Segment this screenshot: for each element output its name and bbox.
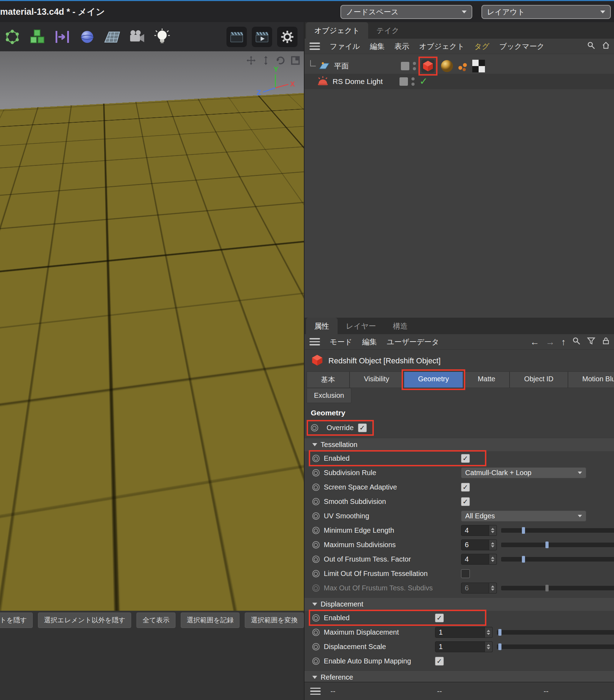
home-icon[interactable] <box>602 41 610 51</box>
keyframe-dot[interactable] <box>312 484 320 491</box>
menu-icon[interactable] <box>309 43 320 50</box>
tab-motion-blur[interactable]: Motion Blur <box>568 371 614 388</box>
tab-structure[interactable]: 構造 <box>384 318 416 334</box>
uvw-tag-icon[interactable] <box>472 59 486 73</box>
render-play-button[interactable] <box>252 27 272 47</box>
tab-basic[interactable]: 基本 <box>307 371 350 388</box>
keyframe-dot[interactable] <box>312 643 320 650</box>
convert-selection-button[interactable]: 選択範囲を変換 <box>245 612 303 628</box>
keyframe-dot[interactable] <box>312 455 320 462</box>
maximum-subdivisions-slider[interactable] <box>501 543 614 547</box>
tab-geometry[interactable]: Geometry <box>404 371 463 388</box>
spinner-stepper[interactable] <box>489 525 497 536</box>
up-icon[interactable]: ↑ <box>561 337 566 346</box>
rotate-view-icon[interactable] <box>276 56 286 65</box>
uv-smoothing-select[interactable]: All Edges <box>461 511 586 521</box>
tab-matte[interactable]: Matte <box>463 371 510 388</box>
object-name[interactable]: RS Dome Light <box>333 77 399 86</box>
keyframe-dot[interactable] <box>312 570 320 577</box>
screen-space-adaptive-checkbox[interactable]: ✓ <box>461 483 470 492</box>
keyframe-dot[interactable] <box>312 657 320 665</box>
object-row-plane[interactable]: 平面 <box>305 58 614 74</box>
menu-tags[interactable]: タグ <box>474 41 490 51</box>
tab-takes[interactable]: テイク <box>368 22 408 39</box>
keyframe-dot[interactable] <box>311 424 318 432</box>
auto-bump-mapping-checkbox[interactable]: ✓ <box>435 657 444 666</box>
override-checkbox[interactable]: ✓ <box>358 423 367 432</box>
tab-attributes[interactable]: 属性 <box>306 318 338 334</box>
render-settings-button[interactable] <box>277 27 298 47</box>
menu-edit[interactable]: 編集 <box>362 337 377 347</box>
tab-visibility[interactable]: Visibility <box>350 371 404 388</box>
object-row-dome-light[interactable]: RS Dome Light ✓ <box>305 74 614 89</box>
keyframe-dot[interactable] <box>312 541 320 549</box>
spinner-stepper[interactable] <box>489 554 497 565</box>
visibility-dots[interactable] <box>413 62 416 70</box>
maximum-displacement-slider[interactable] <box>497 630 614 635</box>
reference-section-header[interactable]: Reference <box>305 670 614 682</box>
menu-view[interactable]: 表示 <box>395 41 409 51</box>
spinner-stepper[interactable] <box>485 627 493 638</box>
toggle-view-icon[interactable] <box>290 56 300 65</box>
zoom-view-icon[interactable] <box>261 56 271 65</box>
sphere-icon[interactable] <box>77 27 97 47</box>
keyframe-dot[interactable] <box>312 527 320 534</box>
3d-viewport[interactable]: Y X Z グリッド間隔 : 5 cm <box>0 51 304 611</box>
subdivision-rule-select[interactable]: Catmull-Clark + Loop <box>461 467 586 478</box>
minimum-edge-length-input[interactable]: 4 <box>461 525 489 536</box>
visibility-dots[interactable] <box>411 77 415 86</box>
hide-unselected-button[interactable]: 選択エレメント以外を隠す <box>38 612 131 628</box>
smooth-subdivision-checkbox[interactable]: ✓ <box>461 497 470 506</box>
menu-icon[interactable] <box>310 688 321 695</box>
object-name[interactable]: 平面 <box>334 61 401 71</box>
light-icon[interactable] <box>152 27 172 47</box>
keyframe-dot[interactable] <box>312 469 320 477</box>
render-view-button[interactable] <box>226 27 247 47</box>
search-icon[interactable] <box>587 41 595 51</box>
layer-square[interactable] <box>399 77 408 86</box>
lock-icon[interactable] <box>602 337 610 347</box>
menu-object[interactable]: オブジェクト <box>419 41 465 51</box>
layout-select[interactable]: レイアウト <box>481 5 611 19</box>
menu-user-data[interactable]: ユーザーデータ <box>387 337 439 347</box>
menu-mode[interactable]: モード <box>330 337 352 347</box>
menu-edit[interactable]: 編集 <box>370 41 385 51</box>
pan-view-icon[interactable] <box>246 56 256 65</box>
keyframe-dot[interactable] <box>312 498 320 505</box>
move-clamp-icon[interactable] <box>52 27 72 47</box>
show-all-button[interactable]: 全て表示 <box>136 612 175 628</box>
displacement-scale-slider[interactable] <box>497 644 614 649</box>
tab-exclusion[interactable]: Exclusion <box>307 388 352 403</box>
axis-gizmo[interactable]: Y X Z <box>256 67 295 103</box>
material-tag-icon[interactable] <box>440 59 454 73</box>
displacement-section-header[interactable]: Displacement <box>305 597 614 611</box>
tab-object-id[interactable]: Object ID <box>510 371 568 388</box>
menu-icon[interactable] <box>309 338 320 345</box>
keyframe-dot[interactable] <box>312 614 320 622</box>
hide-elements-button[interactable]: トを隠す <box>0 612 33 628</box>
record-selection-button[interactable]: 選択範囲を記録 <box>181 612 239 628</box>
displacement-enabled-checkbox[interactable]: ✓ <box>435 614 444 622</box>
tessellation-enabled-checkbox[interactable]: ✓ <box>461 454 470 463</box>
search-icon[interactable] <box>572 337 581 347</box>
menu-bookmarks[interactable]: ブックマーク <box>499 41 544 51</box>
maximum-subdivisions-input[interactable]: 6 <box>461 539 489 550</box>
back-icon[interactable]: ← <box>530 337 539 346</box>
forward-icon[interactable]: → <box>546 337 555 346</box>
keyframe-dot[interactable] <box>312 556 320 563</box>
tab-objects[interactable]: オブジェクト <box>306 22 368 39</box>
enabled-check-icon[interactable]: ✓ <box>420 77 428 86</box>
limit-out-of-frustum-checkbox[interactable] <box>461 569 470 578</box>
plane-grid-icon[interactable] <box>102 27 122 47</box>
redshift-material-tag-icon[interactable] <box>421 59 435 73</box>
tab-layers[interactable]: レイヤー <box>338 318 384 334</box>
out-of-frustum-tess-factor-slider[interactable] <box>501 557 614 562</box>
spinner-stepper[interactable] <box>489 539 497 550</box>
layer-square[interactable] <box>401 62 409 70</box>
tessellation-section-header[interactable]: Tessellation <box>305 438 614 451</box>
plane-object-icon[interactable] <box>318 60 331 72</box>
minimum-edge-length-slider[interactable] <box>501 528 614 533</box>
keyframe-dot[interactable] <box>312 629 320 636</box>
selection-tag-icon[interactable] <box>456 59 470 73</box>
displacement-scale-input[interactable]: 1 <box>435 641 485 652</box>
